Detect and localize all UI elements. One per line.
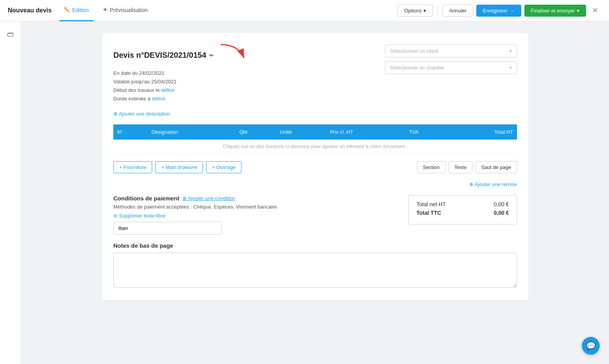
select-client-arrow: ▾ — [510, 48, 512, 53]
sidebar: 🗃 — [0, 21, 21, 364]
tab-edition-label: Edition — [72, 7, 89, 13]
totals-box: Total net HT 0,00 € Total TTC 0,00 € — [408, 195, 517, 224]
add-remise-link[interactable]: ⊕ Ajouter une remise — [469, 181, 517, 187]
right-actions: Section Texte Saut de page — [417, 161, 517, 173]
select-chantier-placeholder: Sélectionner un chantier — [390, 65, 444, 71]
section-button[interactable]: Section — [417, 161, 445, 173]
table-header: N° Désignation Qté Unité Prix U. HT TVA … — [113, 124, 517, 140]
col-tva: TVA — [405, 124, 449, 140]
col-numero: N° — [113, 124, 147, 140]
chat-button[interactable]: 💬 — [582, 337, 600, 355]
select-chantier-arrow: ▾ — [510, 65, 512, 70]
notes-title: Notes de bas de page — [113, 242, 517, 249]
doc-valable: Valable jusqu'au 25/04/2021 — [113, 78, 248, 86]
select-client[interactable]: Sélectionner un client ▾ — [385, 45, 517, 57]
saut-de-page-button[interactable]: Saut de page — [475, 161, 517, 173]
add-fourniture-button[interactable]: + Fourniture — [113, 161, 152, 173]
col-qte: Qté — [236, 124, 276, 140]
table-empty-message: Cliquez sur un des boutons ci-dessous po… — [113, 140, 517, 154]
select-chantier[interactable]: Sélectionner un chantier ▾ — [385, 61, 517, 74]
total-net-ht-label: Total net HT — [416, 201, 446, 207]
annuler-button[interactable]: Annuler — [442, 5, 473, 17]
divider — [437, 5, 438, 16]
doc-selects: Sélectionner un client ▾ Sélectionner un… — [385, 45, 517, 74]
chat-icon: 💬 — [586, 341, 596, 350]
edit-title-icon[interactable]: ✏ — [209, 52, 214, 59]
total-net-ht-value: 0,00 € — [494, 201, 509, 207]
finaliser-dropdown-icon: ▾ — [577, 8, 580, 14]
doc-meta: En date du 24/02/2021 Valable jusqu'au 2… — [113, 69, 248, 103]
main-content: Devis n°DEVIS/2021/0154 ✏ — [21, 21, 609, 364]
enregistrer-button[interactable]: Enregistrer → — [476, 5, 521, 17]
annotation-arrow — [217, 43, 248, 64]
sidebar-package-icon[interactable]: 🗃 — [3, 27, 17, 41]
notes-section: Notes de bas de page — [113, 242, 517, 289]
table-body: Cliquez sur un des boutons ci-dessous po… — [113, 140, 517, 154]
add-main-oeuvre-button[interactable]: + Main d'oeuvre — [155, 161, 203, 173]
tab-edition[interactable]: ✏️ Edition — [59, 0, 94, 21]
topbar: Nouveau devis ✏️ Edition 👁 Prévisualisat… — [0, 0, 609, 21]
layout: 🗃 Devis n°DEVIS/2021/0154 ✏ — [0, 21, 609, 364]
bottom-section: Conditions de paiement ⊕ Ajouter une con… — [113, 195, 517, 235]
iban-input[interactable] — [113, 222, 222, 235]
action-row: + Fourniture + Main d'oeuvre + Ouvrage S… — [113, 161, 517, 173]
eye-icon: 👁 — [103, 7, 108, 13]
finaliser-button[interactable]: Finaliser et envoyer ▾ — [524, 5, 586, 17]
doc-title-text: Devis n°DEVIS/2021/0154 — [113, 51, 206, 60]
total-ttc-label: Total TTC — [416, 210, 441, 216]
page-title: Nouveau devis — [8, 7, 52, 14]
add-condition-link[interactable]: ⊕ Ajouter une condition — [182, 195, 235, 201]
tab-previsualisation-label: Prévisualisation — [110, 7, 148, 13]
conditions-title: Conditions de paiement ⊕ Ajouter une con… — [113, 195, 397, 202]
close-button[interactable]: ✕ — [589, 5, 601, 16]
add-ouvrage-button[interactable]: + Ouvrage — [206, 161, 241, 173]
document-card: Devis n°DEVIS/2021/0154 ✏ — [102, 33, 529, 300]
conditions-text: Méthodes de paiement acceptées : Chèque,… — [113, 204, 397, 210]
col-designation: Désignation — [147, 124, 235, 140]
total-net-ht-row: Total net HT 0,00 € — [416, 201, 509, 207]
doc-info: Devis n°DEVIS/2021/0154 ✏ — [113, 45, 248, 103]
col-total: Total HT — [449, 124, 517, 140]
tab-previsualisation[interactable]: 👁 Prévisualisation — [98, 0, 153, 21]
table-empty-row: Cliquez sur un des boutons ci-dessous po… — [113, 140, 517, 154]
total-ttc-value: 0,00 € — [494, 210, 509, 216]
topbar-actions: Options ▾ Annuler Enregistrer → Finalise… — [397, 5, 601, 17]
remise-row: ⊕ Ajouter une remise — [113, 181, 517, 187]
doc-duree: Durée estimée à définir — [113, 95, 248, 103]
debut-link[interactable]: définir — [161, 87, 175, 93]
document-table: N° Désignation Qté Unité Prix U. HT TVA … — [113, 124, 517, 154]
doc-header: Devis n°DEVIS/2021/0154 ✏ — [113, 45, 517, 103]
conditions-section: Conditions de paiement ⊕ Ajouter une con… — [113, 195, 397, 235]
remove-free-text-link[interactable]: ⊖ Supprimer texte libre — [113, 213, 397, 219]
col-unite: Unité — [276, 124, 326, 140]
notes-textarea[interactable] — [113, 253, 517, 288]
add-description-link[interactable]: ⊕ Ajouter une description — [113, 111, 517, 117]
duree-link[interactable]: définir — [152, 96, 165, 102]
left-actions: + Fourniture + Main d'oeuvre + Ouvrage — [113, 161, 241, 173]
texte-button[interactable]: Texte — [449, 161, 472, 173]
save-arrow-icon: → — [510, 8, 515, 14]
doc-debut: Début des travaux le définir — [113, 86, 248, 95]
select-client-placeholder: Sélectionner un client — [390, 48, 438, 54]
options-button[interactable]: Options ▾ — [397, 5, 433, 17]
col-prix: Prix U. HT — [326, 124, 405, 140]
dropdown-icon: ▾ — [423, 8, 426, 14]
edition-icon: ✏️ — [64, 7, 70, 13]
doc-title-row: Devis n°DEVIS/2021/0154 ✏ — [113, 45, 248, 66]
total-ttc-row: Total TTC 0,00 € — [416, 210, 509, 216]
doc-date: En date du 24/02/2021 — [113, 69, 248, 78]
